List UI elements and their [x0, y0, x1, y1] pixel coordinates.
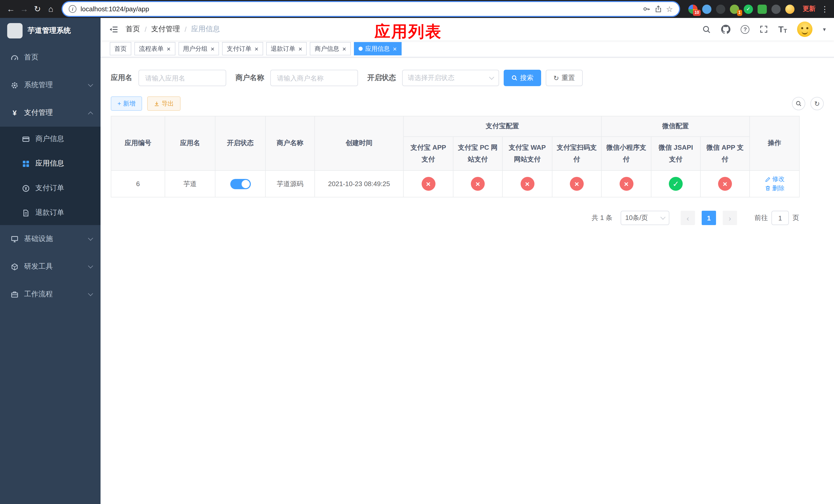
status-switch[interactable]: [230, 179, 250, 189]
reset-button-label: 重置: [562, 73, 575, 83]
sidebar-subitem-pay-order[interactable]: 支付订单: [0, 176, 101, 201]
extension-icon-4[interactable]: 1: [730, 4, 739, 14]
add-button[interactable]: + 新增: [111, 96, 142, 111]
sidebar-item-system[interactable]: 系统管理: [0, 71, 101, 99]
browser-extensions: 10 1 ✓: [688, 4, 794, 14]
breadcrumb-payment[interactable]: 支付管理: [151, 25, 180, 34]
main-area: 首页 / 支付管理 / 应用信息 ?: [101, 18, 834, 504]
merchant-name-input[interactable]: [270, 70, 358, 86]
cell-merchant: 芋道源码: [265, 170, 315, 197]
tab-label: 商户信息: [315, 44, 339, 53]
tab-close-icon[interactable]: ×: [167, 45, 171, 52]
search-icon[interactable]: [702, 25, 711, 33]
caret-down-icon[interactable]: ▾: [823, 26, 826, 32]
page-size-value: 10条/页: [625, 213, 648, 223]
monitor-icon: [10, 235, 19, 243]
reload-icon[interactable]: ↻: [31, 5, 44, 13]
breadcrumb-separator: /: [145, 25, 147, 33]
sidebar-item-label: 基础设施: [24, 234, 84, 244]
browser-menu-icon[interactable]: ⋮: [820, 4, 830, 14]
github-icon[interactable]: [721, 25, 731, 34]
logo-avatar: [7, 23, 23, 39]
reset-button[interactable]: ↻ 重置: [546, 70, 583, 86]
search-button[interactable]: 搜索: [504, 70, 541, 86]
delete-link[interactable]: 删除: [765, 184, 785, 192]
forward-icon[interactable]: →: [18, 5, 31, 13]
sidebar-item-infrastructure[interactable]: 基础设施: [0, 225, 101, 253]
export-button[interactable]: 导出: [147, 96, 180, 111]
yen-icon: ¥: [10, 109, 19, 117]
cell-alipay-qr: ×: [552, 170, 601, 197]
prev-page-button[interactable]: ‹: [681, 211, 695, 225]
home-icon[interactable]: ⌂: [44, 5, 58, 13]
extension-icon-8[interactable]: [785, 4, 794, 14]
sidebar-item-workflow[interactable]: 工作流程: [0, 280, 101, 308]
user-avatar[interactable]: [797, 22, 813, 37]
extension-icon-1[interactable]: 10: [688, 4, 698, 14]
sidebar-subitem-refund-order[interactable]: 退款订单: [0, 201, 101, 225]
app-name-input[interactable]: [138, 70, 226, 86]
search-button-label: 搜索: [520, 73, 533, 83]
refresh-icon: ↻: [553, 75, 559, 81]
app-name-label: 应用名: [111, 73, 132, 83]
extension-icon-2[interactable]: [702, 4, 711, 14]
tab-home[interactable]: 首页: [110, 42, 131, 55]
tab-pay-order[interactable]: 支付订单 ×: [222, 42, 263, 55]
tab-close-icon[interactable]: ×: [255, 45, 258, 52]
site-info-icon[interactable]: i: [69, 5, 76, 13]
sidebar-toggle-icon[interactable]: [109, 24, 118, 34]
toggle-search-button[interactable]: [792, 97, 805, 110]
tab-close-icon[interactable]: ×: [211, 45, 214, 52]
sidebar: 芋道管理系统 首页 系统管理 ¥ 支付管理: [0, 18, 101, 504]
sidebar-item-devtools[interactable]: 研发工具: [0, 253, 101, 280]
bookmark-star-icon[interactable]: ☆: [666, 5, 673, 13]
extension-icon-7[interactable]: [771, 4, 781, 14]
col-merchant: 商户名称: [265, 116, 315, 170]
tab-close-icon[interactable]: ×: [343, 45, 346, 52]
edit-link[interactable]: 修改: [765, 175, 785, 184]
tab-close-icon[interactable]: ×: [299, 45, 302, 52]
goto-page-input[interactable]: [771, 211, 789, 225]
tab-label: 流程表单: [139, 44, 163, 53]
channel-status-icon: ×: [619, 177, 633, 191]
page-size-select[interactable]: 10条/页: [621, 211, 670, 225]
navbar-actions: ? TT ▾: [702, 22, 826, 37]
page-number-button[interactable]: 1: [702, 211, 716, 225]
breadcrumb-home[interactable]: 首页: [126, 25, 140, 34]
cell-alipay-wap: ×: [502, 170, 552, 197]
col-status: 开启状态: [215, 116, 265, 170]
pagination-total: 共 1 条: [592, 213, 612, 223]
chevron-down-icon: [88, 235, 93, 241]
sidebar-item-payment[interactable]: ¥ 支付管理: [0, 99, 101, 127]
extension-icon-3[interactable]: [716, 4, 725, 14]
tab-user-group[interactable]: 用户分组 ×: [178, 42, 219, 55]
sidebar-item-label: 研发工具: [24, 262, 84, 271]
document-icon: [22, 209, 30, 216]
sidebar-subitem-app-info[interactable]: 应用信息: [0, 151, 101, 176]
password-key-icon[interactable]: [642, 5, 650, 13]
share-icon[interactable]: [654, 5, 662, 13]
browser-update-button[interactable]: 更新: [798, 3, 820, 15]
tab-merchant-info[interactable]: 商户信息 ×: [310, 42, 351, 55]
edit-link-label: 修改: [772, 175, 785, 184]
refresh-icon: ↻: [814, 100, 820, 107]
tab-refund-order[interactable]: 退款订单 ×: [266, 42, 307, 55]
tab-process-form[interactable]: 流程表单 ×: [134, 42, 175, 55]
help-icon[interactable]: ?: [741, 25, 750, 33]
extension-icon-5[interactable]: ✓: [744, 4, 753, 14]
cell-app-id: 6: [111, 170, 165, 197]
next-page-button[interactable]: ›: [723, 211, 737, 225]
sidebar-subitem-merchant-info[interactable]: 商户信息: [0, 127, 101, 151]
extension-icon-6[interactable]: [758, 4, 767, 14]
tab-close-icon[interactable]: ×: [393, 45, 397, 52]
cell-actions: 修改 删除: [750, 170, 799, 197]
sidebar-item-home[interactable]: 首页: [0, 44, 101, 71]
tab-app-info[interactable]: 应用信息 ×: [354, 42, 401, 55]
font-size-icon[interactable]: TT: [778, 25, 787, 33]
sidebar-item-label: 首页: [24, 53, 92, 62]
refresh-table-button[interactable]: ↻: [810, 97, 824, 110]
fullscreen-icon[interactable]: [760, 25, 768, 33]
address-bar[interactable]: i localhost:1024/pay/app ☆: [63, 2, 679, 16]
status-select[interactable]: 请选择开启状态: [402, 70, 499, 86]
back-icon[interactable]: ←: [4, 5, 18, 13]
